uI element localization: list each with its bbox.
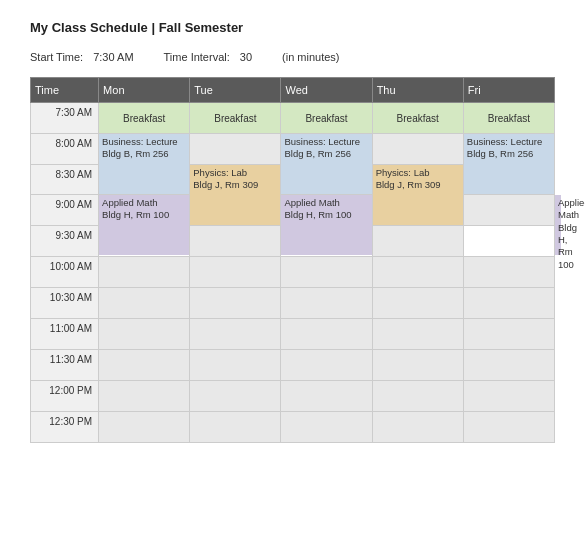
thu-empty-800: [372, 134, 463, 165]
mon-empty-1000: [99, 257, 190, 288]
wed-empty-1200: [281, 381, 372, 412]
thu-empty-1000: [372, 257, 463, 288]
time-cell: 12:30 PM: [31, 412, 99, 443]
header-time: Time: [31, 78, 99, 103]
wed-applied: Applied MathBldg H, Rm 100: [281, 195, 372, 257]
wed-empty-1030: [281, 288, 372, 319]
interval-value: 30: [240, 51, 252, 63]
header-thu: Thu: [372, 78, 463, 103]
table-row: 9:00 AM Applied MathBldg H, Rm 100 Appli…: [31, 195, 555, 226]
thu-physics: Physics: LabBldg J, Rm 309: [372, 165, 463, 226]
mon-breakfast: Breakfast: [99, 103, 190, 134]
fri-empty-1030: [463, 288, 554, 319]
fri-business: Business: LectureBldg B, Rm 256: [463, 134, 554, 195]
wed-empty-1130: [281, 350, 372, 381]
time-cell: 11:00 AM: [31, 319, 99, 350]
wed-empty-1230: [281, 412, 372, 443]
mon-empty-1030: [99, 288, 190, 319]
table-row: 12:00 PM: [31, 381, 555, 412]
schedule-table: Time Mon Tue Wed Thu Fri 7:30 AM Breakfa…: [30, 77, 555, 443]
page-title: My Class Schedule | Fall Semester: [30, 20, 555, 35]
mon-applied: Applied MathBldg H, Rm 100: [99, 195, 190, 257]
start-time-value: 7:30 AM: [93, 51, 133, 63]
thu-empty-900: [463, 195, 554, 226]
fri-empty-1130: [463, 350, 554, 381]
mon-business: Business: LectureBldg B, Rm 256: [99, 134, 190, 195]
tue-breakfast: Breakfast: [190, 103, 281, 134]
mon-empty-1230: [99, 412, 190, 443]
table-row: 10:00 AM: [31, 257, 555, 288]
tue-empty-930: [190, 226, 281, 257]
tue-empty-1100: [190, 319, 281, 350]
header-wed: Wed: [281, 78, 372, 103]
wed-business: Business: LectureBldg B, Rm 256: [281, 134, 372, 195]
time-cell: 11:30 AM: [31, 350, 99, 381]
tue-empty-1200: [190, 381, 281, 412]
time-cell: 10:00 AM: [31, 257, 99, 288]
tue-physics: Physics: LabBldg J, Rm 309: [190, 165, 281, 226]
fri-empty-1230: [463, 412, 554, 443]
thu-empty-1130: [372, 350, 463, 381]
thu-breakfast: Breakfast: [372, 103, 463, 134]
thu-empty-930: [372, 226, 463, 257]
mon-empty-1100: [99, 319, 190, 350]
tue-empty-1230: [190, 412, 281, 443]
wed-empty-1100: [281, 319, 372, 350]
time-cell: 9:30 AM: [31, 226, 99, 257]
tue-empty-1030: [190, 288, 281, 319]
tue-empty-1130: [190, 350, 281, 381]
fri-empty-1000: [463, 257, 554, 288]
time-cell: 9:00 AM: [31, 195, 99, 226]
start-time-label: Start Time:: [30, 51, 83, 63]
header-fri: Fri: [463, 78, 554, 103]
header-mon: Mon: [99, 78, 190, 103]
table-row: 7:30 AM Breakfast Breakfast Breakfast Br…: [31, 103, 555, 134]
time-cell: 7:30 AM: [31, 103, 99, 134]
wed-breakfast: Breakfast: [281, 103, 372, 134]
header-tue: Tue: [190, 78, 281, 103]
tue-empty-800: [190, 134, 281, 165]
interval-unit: (in minutes): [282, 51, 339, 63]
fri-breakfast: Breakfast: [463, 103, 554, 134]
time-cell: 12:00 PM: [31, 381, 99, 412]
table-row: 11:30 AM: [31, 350, 555, 381]
table-row: 12:30 PM: [31, 412, 555, 443]
table-row: 8:00 AM Business: LectureBldg B, Rm 256 …: [31, 134, 555, 165]
table-row: 10:30 AM: [31, 288, 555, 319]
time-cell: 8:30 AM: [31, 165, 99, 195]
thu-empty-1100: [372, 319, 463, 350]
time-cell: 8:00 AM: [31, 134, 99, 165]
tue-empty-1000: [190, 257, 281, 288]
table-row: 11:00 AM: [31, 319, 555, 350]
thu-empty-1230: [372, 412, 463, 443]
mon-empty-1130: [99, 350, 190, 381]
interval-label: Time Interval:: [164, 51, 230, 63]
fri-empty-1100: [463, 319, 554, 350]
fri-empty-1200: [463, 381, 554, 412]
wed-empty-1000: [281, 257, 372, 288]
time-cell: 10:30 AM: [31, 288, 99, 319]
thu-empty-1200: [372, 381, 463, 412]
thu-empty-1030: [372, 288, 463, 319]
mon-empty-1200: [99, 381, 190, 412]
